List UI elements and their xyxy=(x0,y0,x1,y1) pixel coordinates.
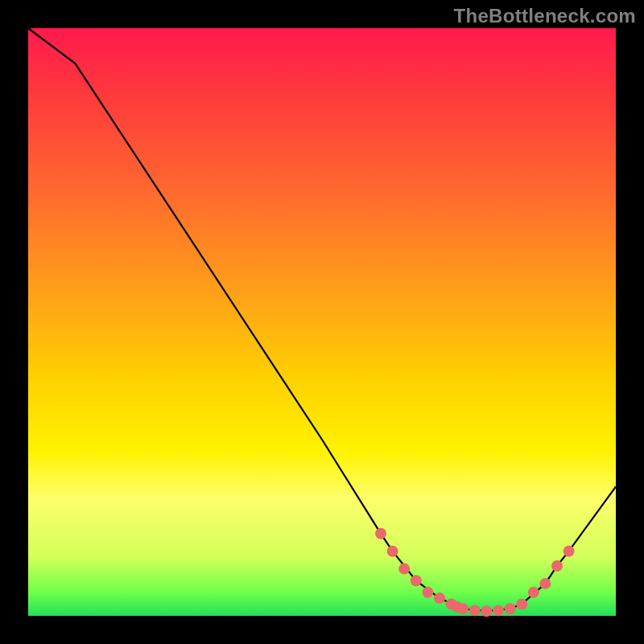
chart-frame: TheBottleneck.com xyxy=(0,0,644,644)
data-point xyxy=(398,564,410,575)
data-point xyxy=(551,560,563,572)
data-point xyxy=(457,603,469,614)
chart-svg xyxy=(28,28,616,616)
data-point xyxy=(564,546,575,557)
data-point xyxy=(493,605,504,616)
data-point xyxy=(422,587,433,598)
data-point xyxy=(516,598,527,609)
data-point xyxy=(539,578,551,589)
data-point xyxy=(505,603,516,614)
data-point xyxy=(387,546,398,557)
data-point xyxy=(469,605,481,616)
data-point xyxy=(481,605,492,617)
data-point xyxy=(434,592,445,604)
data-point xyxy=(528,587,539,598)
data-point xyxy=(375,528,386,539)
data-point xyxy=(411,575,422,586)
gradient-plot-area xyxy=(28,28,616,616)
series-line xyxy=(28,28,616,611)
series-points xyxy=(375,528,575,617)
watermark-text: TheBottleneck.com xyxy=(454,5,636,27)
